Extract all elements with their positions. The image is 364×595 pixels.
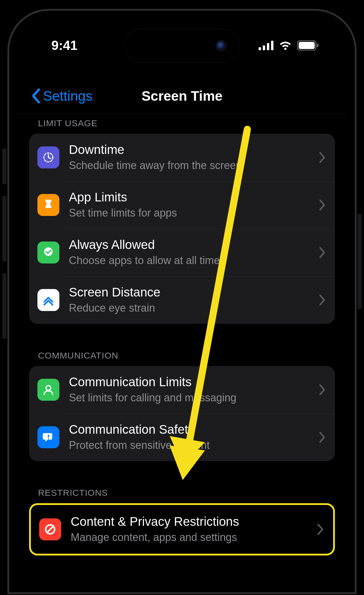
- svg-line-14: [47, 526, 53, 533]
- row-subtitle: Manage content, apps and settings: [71, 530, 311, 545]
- screen-distance-icon: [37, 289, 59, 311]
- svg-point-10: [46, 386, 51, 390]
- svg-rect-11: [48, 435, 49, 438]
- svg-rect-2: [267, 43, 269, 50]
- chevron-right-icon: [319, 151, 325, 163]
- row-title: Screen Distance: [69, 285, 313, 300]
- chevron-right-icon: [317, 523, 324, 535]
- svg-line-9: [48, 157, 51, 159]
- content-privacy-icon: [39, 518, 61, 540]
- svg-rect-3: [271, 41, 273, 50]
- svg-rect-6: [317, 44, 318, 47]
- row-screen-distance[interactable]: Screen Distance Reduce eye strain: [29, 276, 335, 324]
- chevron-right-icon: [319, 247, 325, 258]
- row-subtitle: Choose apps to allow at all times: [69, 253, 313, 268]
- section-header-communication: COMMUNICATION: [16, 351, 348, 361]
- row-subtitle: Set limits for calling and messaging: [69, 391, 313, 405]
- row-title: App Limits: [69, 190, 313, 205]
- row-subtitle: Reduce eye strain: [69, 301, 313, 315]
- content: LIMIT USAGE Downtime Schedule t: [16, 118, 348, 592]
- row-subtitle: Set time limits for apps: [69, 206, 313, 220]
- power-button: [357, 214, 362, 309]
- volume-down-button: [2, 273, 7, 339]
- back-label: Settings: [43, 88, 92, 104]
- back-button[interactable]: Settings: [31, 88, 92, 104]
- row-app-limits[interactable]: App Limits Set time limits for apps: [29, 181, 335, 229]
- section-header-restrictions: RESTRICTIONS: [16, 488, 348, 498]
- phone-frame: 9:41: [7, 9, 357, 594]
- chevron-right-icon: [319, 199, 325, 211]
- svg-rect-1: [263, 45, 265, 50]
- always-allowed-icon: [37, 242, 59, 263]
- communication-limits-icon: [37, 379, 59, 401]
- row-communication-limits[interactable]: Communication Limits Set limits for call…: [29, 366, 335, 413]
- card-restrictions-highlighted: Content & Privacy Restrictions Manage co…: [29, 503, 335, 555]
- status-time: 9:41: [51, 38, 77, 53]
- wifi-icon: [279, 41, 292, 50]
- nav-bar: Settings Screen Time: [16, 78, 348, 114]
- status-bar: 9:41: [16, 35, 348, 56]
- section-header-limit-usage: LIMIT USAGE: [16, 118, 348, 128]
- row-title: Always Allowed: [69, 237, 313, 252]
- card-limit-usage: Downtime Schedule time away from the scr…: [29, 134, 335, 324]
- svg-rect-0: [259, 47, 261, 50]
- volume-mute-switch: [2, 149, 7, 184]
- svg-rect-5: [299, 42, 315, 49]
- row-title: Communication Safety: [69, 422, 313, 437]
- row-downtime[interactable]: Downtime Schedule time away from the scr…: [29, 134, 335, 181]
- svg-point-12: [48, 438, 49, 439]
- row-title: Communication Limits: [69, 375, 313, 389]
- row-title: Downtime: [69, 142, 313, 157]
- row-subtitle: Protect from sensitive content: [69, 438, 313, 453]
- chevron-right-icon: [319, 294, 325, 306]
- row-communication-safety[interactable]: Communication Safety Protect from sensit…: [29, 413, 335, 461]
- page-title: Screen Time: [142, 88, 223, 104]
- row-content-privacy-restrictions[interactable]: Content & Privacy Restrictions Manage co…: [31, 505, 333, 554]
- chevron-right-icon: [319, 384, 325, 396]
- battery-icon: [297, 40, 319, 50]
- downtime-icon: [37, 146, 59, 168]
- phone-screen: 9:41: [16, 17, 348, 592]
- card-communication: Communication Limits Set limits for call…: [29, 366, 335, 461]
- volume-up-button: [2, 196, 7, 261]
- row-always-allowed[interactable]: Always Allowed Choose apps to allow at a…: [29, 229, 335, 276]
- chevron-right-icon: [319, 431, 325, 443]
- app-limits-icon: [37, 194, 59, 216]
- cellular-icon: [259, 41, 273, 50]
- row-title: Content & Privacy Restrictions: [71, 514, 311, 529]
- communication-safety-icon: [37, 426, 59, 448]
- row-subtitle: Schedule time away from the screen: [69, 158, 313, 173]
